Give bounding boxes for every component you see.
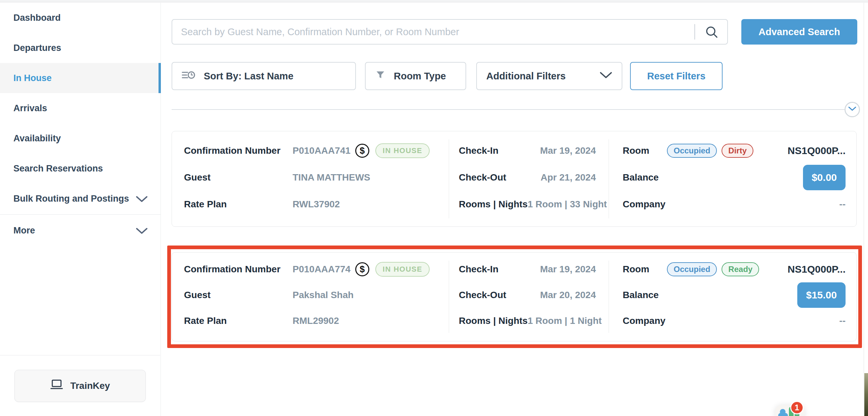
balance-button[interactable]: $15.00 bbox=[797, 282, 845, 308]
check-in-row: Check-In Mar 19, 2024 bbox=[459, 262, 596, 277]
trainkey-button[interactable]: TrainKey bbox=[14, 370, 146, 402]
chat-logo-shape bbox=[778, 413, 788, 416]
in-house-status-badge: IN HOUSE bbox=[375, 262, 430, 277]
balance-label: Balance bbox=[623, 172, 667, 183]
search-box bbox=[172, 19, 728, 44]
confirmation-row: Confirmation Number P010AAA741 $ IN HOUS… bbox=[184, 143, 442, 158]
sidebar-item-bulk-routing-and-postings[interactable]: Bulk Routing and Postings bbox=[0, 184, 160, 214]
room-number: NS1Q000P... bbox=[787, 264, 845, 275]
confirmation-number-value: P010AAA774 bbox=[292, 264, 350, 275]
guest-row: Guest Pakshal Shah bbox=[184, 288, 442, 302]
in-house-status-badge: IN HOUSE bbox=[375, 143, 430, 158]
dirty-badge: Dirty bbox=[721, 144, 753, 158]
rate-plan-value: RWL37902 bbox=[292, 199, 340, 210]
sort-icon bbox=[182, 69, 196, 83]
sidebar-item-dashboard[interactable]: Dashboard bbox=[0, 3, 160, 33]
occupied-badge: Occupied bbox=[667, 262, 717, 276]
check-in-label: Check-In bbox=[459, 264, 498, 275]
card-column-divider bbox=[609, 261, 609, 333]
rooms-nights-label: Rooms | Nights bbox=[459, 316, 527, 326]
sort-by-label: Sort By: Last Name bbox=[204, 71, 293, 82]
room-status-badges: Occupied Dirty bbox=[667, 144, 753, 158]
check-out-date: Apr 21, 2024 bbox=[540, 172, 596, 183]
sidebar-item-in-house[interactable]: In House bbox=[0, 63, 160, 93]
reservation-card[interactable]: Confirmation Number P010AAA741 $ IN HOUS… bbox=[172, 131, 857, 227]
check-out-label: Check-Out bbox=[459, 172, 506, 183]
check-out-date: Mar 20, 2024 bbox=[540, 290, 596, 300]
company-label: Company bbox=[623, 316, 667, 326]
sidebar-item-departures[interactable]: Departures bbox=[0, 33, 160, 63]
check-out-row: Check-Out Mar 20, 2024 bbox=[459, 288, 596, 302]
window-right-edge bbox=[864, 3, 864, 416]
guest-row: Guest TINA MATTHEWS bbox=[184, 170, 442, 185]
sort-by-dropdown[interactable]: Sort By: Last Name bbox=[172, 62, 356, 90]
chevron-down-icon bbox=[136, 227, 148, 234]
advanced-search-button[interactable]: Advanced Search bbox=[741, 19, 857, 44]
card-column-divider bbox=[609, 139, 609, 218]
search-input[interactable] bbox=[172, 20, 727, 44]
rooms-nights-value: 1 Room | 1 Night bbox=[527, 316, 601, 326]
card-column-divider bbox=[449, 139, 449, 218]
room-row: Room Occupied Ready NS1Q000P... bbox=[623, 262, 845, 277]
sidebar-item-search-reservations[interactable]: Search Reservations bbox=[0, 153, 160, 184]
balance-row: Balance $0.00 bbox=[623, 165, 845, 190]
card-room-column: Room Occupied Ready NS1Q000P... Balance … bbox=[623, 253, 845, 341]
room-type-dropdown[interactable]: Room Type bbox=[365, 62, 466, 90]
room-status-badges: Occupied Ready bbox=[667, 262, 759, 276]
folio-dollar-icon[interactable]: $ bbox=[355, 144, 369, 158]
sidebar-item-label: In House bbox=[13, 73, 52, 84]
sidebar-item-more[interactable]: More bbox=[0, 215, 160, 246]
filter-funnel-icon bbox=[375, 70, 386, 83]
rooms-nights-label: Rooms | Nights bbox=[459, 199, 527, 210]
company-value: -- bbox=[839, 199, 845, 210]
search-icon[interactable] bbox=[705, 25, 719, 39]
card-guest-column: Confirmation Number P010AAA774 $ IN HOUS… bbox=[184, 253, 442, 341]
room-label: Room bbox=[623, 264, 667, 275]
section-divider bbox=[172, 109, 845, 110]
sidebar-footer: TrainKey bbox=[0, 355, 160, 416]
additional-filters-dropdown[interactable]: Additional Filters bbox=[476, 62, 622, 90]
rooms-nights-row: Rooms | Nights 1 Room | 1 Night bbox=[459, 314, 596, 328]
confirmation-number-label: Confirmation Number bbox=[184, 264, 292, 275]
rate-plan-label: Rate Plan bbox=[184, 316, 292, 326]
guest-label: Guest bbox=[184, 290, 292, 300]
sidebar-item-label: Departures bbox=[13, 43, 61, 53]
room-number: NS1Q000P... bbox=[787, 145, 845, 156]
card-room-column: Room Occupied Dirty NS1Q000P... Balance … bbox=[623, 131, 845, 226]
sidebar-item-availability[interactable]: Availability bbox=[0, 123, 160, 153]
room-type-label: Room Type bbox=[394, 71, 446, 82]
reset-filters-button[interactable]: Reset Filters bbox=[630, 62, 722, 90]
additional-filters-label: Additional Filters bbox=[486, 71, 566, 82]
rate-plan-row: Rate Plan RWL37902 bbox=[184, 197, 442, 212]
folio-dollar-icon[interactable]: $ bbox=[355, 262, 369, 276]
guest-name: Pakshal Shah bbox=[292, 290, 353, 300]
balance-button[interactable]: $0.00 bbox=[803, 165, 845, 190]
rooms-nights-row: Rooms | Nights 1 Room | 33 Night bbox=[459, 197, 596, 212]
chevron-down-icon bbox=[848, 106, 856, 113]
confirmation-number-value: P010AAA741 bbox=[292, 146, 350, 156]
card-dates-column: Check-In Mar 19, 2024 Check-Out Mar 20, … bbox=[459, 253, 596, 341]
card-column-divider bbox=[449, 261, 449, 333]
app-window: Dashboard Departures In House Arrivals A… bbox=[0, 0, 868, 416]
room-label: Room bbox=[623, 146, 667, 156]
sidebar-item-label: More bbox=[13, 225, 35, 236]
company-value: -- bbox=[839, 316, 845, 326]
sidebar-item-label: Dashboard bbox=[13, 13, 61, 23]
check-out-row: Check-Out Apr 21, 2024 bbox=[459, 170, 596, 185]
collapse-toggle[interactable] bbox=[844, 102, 860, 117]
search-divider bbox=[694, 24, 695, 39]
sidebar-item-label: Availability bbox=[13, 133, 61, 144]
company-row: Company -- bbox=[623, 197, 845, 212]
check-in-date: Mar 19, 2024 bbox=[540, 146, 596, 156]
sidebar-item-label: Arrivals bbox=[13, 103, 47, 114]
sidebar-item-arrivals[interactable]: Arrivals bbox=[0, 93, 160, 123]
window-top-edge bbox=[0, 0, 868, 2]
balance-label: Balance bbox=[623, 290, 667, 300]
rate-plan-value: RML29902 bbox=[292, 316, 339, 326]
rate-plan-label: Rate Plan bbox=[184, 199, 292, 210]
company-label: Company bbox=[623, 199, 667, 210]
reservation-card[interactable]: Confirmation Number P010AAA774 $ IN HOUS… bbox=[172, 252, 857, 341]
balance-row: Balance $15.00 bbox=[623, 282, 845, 308]
main-content: Advanced Search Sort By: Last Name Room … bbox=[161, 3, 868, 416]
check-in-label: Check-In bbox=[459, 146, 498, 156]
